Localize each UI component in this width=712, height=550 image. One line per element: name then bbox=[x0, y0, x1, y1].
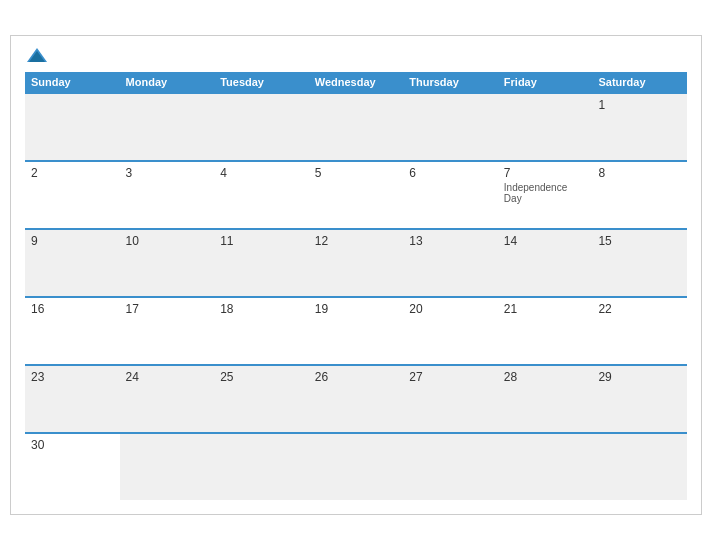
calendar-header bbox=[25, 46, 687, 64]
cal-cell: 29 bbox=[592, 364, 687, 432]
logo-icon bbox=[26, 46, 48, 64]
cal-cell bbox=[25, 92, 120, 160]
cal-date: 13 bbox=[409, 234, 492, 248]
cal-cell: 22 bbox=[592, 296, 687, 364]
cal-cell bbox=[309, 432, 404, 500]
cal-date: 18 bbox=[220, 302, 303, 316]
cal-cell bbox=[498, 92, 593, 160]
cal-date: 29 bbox=[598, 370, 681, 384]
cal-date: 15 bbox=[598, 234, 681, 248]
cal-cell bbox=[592, 432, 687, 500]
cal-date: 5 bbox=[315, 166, 398, 180]
cal-cell: 12 bbox=[309, 228, 404, 296]
logo bbox=[25, 46, 49, 64]
cal-date: 19 bbox=[315, 302, 398, 316]
cal-date: 7 bbox=[504, 166, 587, 180]
cal-date: 25 bbox=[220, 370, 303, 384]
cal-cell: 13 bbox=[403, 228, 498, 296]
cal-cell: 17 bbox=[120, 296, 215, 364]
cal-date: 11 bbox=[220, 234, 303, 248]
cal-date: 20 bbox=[409, 302, 492, 316]
calendar-container: SundayMondayTuesdayWednesdayThursdayFrid… bbox=[10, 35, 702, 515]
day-header-tuesday: Tuesday bbox=[214, 72, 309, 92]
cal-date: 28 bbox=[504, 370, 587, 384]
cal-date: 30 bbox=[31, 438, 114, 452]
cal-cell: 15 bbox=[592, 228, 687, 296]
cal-cell: 21 bbox=[498, 296, 593, 364]
cal-date: 16 bbox=[31, 302, 114, 316]
day-header-thursday: Thursday bbox=[403, 72, 498, 92]
cal-cell: 26 bbox=[309, 364, 404, 432]
cal-date: 21 bbox=[504, 302, 587, 316]
cal-cell: 23 bbox=[25, 364, 120, 432]
cal-date: 9 bbox=[31, 234, 114, 248]
cal-cell bbox=[214, 432, 309, 500]
cal-cell: 16 bbox=[25, 296, 120, 364]
cal-cell: 9 bbox=[25, 228, 120, 296]
cal-cell bbox=[120, 432, 215, 500]
cal-cell: 4 bbox=[214, 160, 309, 228]
cal-cell: 11 bbox=[214, 228, 309, 296]
cal-cell: 27 bbox=[403, 364, 498, 432]
cal-date: 10 bbox=[126, 234, 209, 248]
day-header-monday: Monday bbox=[120, 72, 215, 92]
cal-cell: 18 bbox=[214, 296, 309, 364]
cal-date: 8 bbox=[598, 166, 681, 180]
cal-cell: 24 bbox=[120, 364, 215, 432]
calendar-grid: 1234567Independence Day89101112131415161… bbox=[25, 92, 687, 500]
cal-cell bbox=[403, 432, 498, 500]
cal-cell: 25 bbox=[214, 364, 309, 432]
cal-date: 14 bbox=[504, 234, 587, 248]
cal-date: 3 bbox=[126, 166, 209, 180]
cal-cell bbox=[498, 432, 593, 500]
cal-cell: 30 bbox=[25, 432, 120, 500]
cal-date: 23 bbox=[31, 370, 114, 384]
day-header-wednesday: Wednesday bbox=[309, 72, 404, 92]
cal-cell: 10 bbox=[120, 228, 215, 296]
cal-cell: 1 bbox=[592, 92, 687, 160]
cal-date: 17 bbox=[126, 302, 209, 316]
cal-cell bbox=[120, 92, 215, 160]
cal-cell bbox=[403, 92, 498, 160]
cal-cell bbox=[214, 92, 309, 160]
cal-cell: 8 bbox=[592, 160, 687, 228]
cal-date: 1 bbox=[598, 98, 681, 112]
cal-cell: 6 bbox=[403, 160, 498, 228]
day-header-sunday: Sunday bbox=[25, 72, 120, 92]
cal-date: 4 bbox=[220, 166, 303, 180]
cal-cell: 7Independence Day bbox=[498, 160, 593, 228]
cal-cell: 28 bbox=[498, 364, 593, 432]
cal-cell: 3 bbox=[120, 160, 215, 228]
day-headers: SundayMondayTuesdayWednesdayThursdayFrid… bbox=[25, 72, 687, 92]
cal-date: 6 bbox=[409, 166, 492, 180]
cal-date: 12 bbox=[315, 234, 398, 248]
cal-cell: 14 bbox=[498, 228, 593, 296]
cal-date: 22 bbox=[598, 302, 681, 316]
cal-event: Independence Day bbox=[504, 182, 587, 204]
cal-date: 26 bbox=[315, 370, 398, 384]
cal-cell: 20 bbox=[403, 296, 498, 364]
cal-cell: 19 bbox=[309, 296, 404, 364]
cal-cell: 5 bbox=[309, 160, 404, 228]
day-header-friday: Friday bbox=[498, 72, 593, 92]
day-header-saturday: Saturday bbox=[592, 72, 687, 92]
cal-date: 27 bbox=[409, 370, 492, 384]
cal-cell: 2 bbox=[25, 160, 120, 228]
cal-cell bbox=[309, 92, 404, 160]
cal-date: 24 bbox=[126, 370, 209, 384]
cal-date: 2 bbox=[31, 166, 114, 180]
